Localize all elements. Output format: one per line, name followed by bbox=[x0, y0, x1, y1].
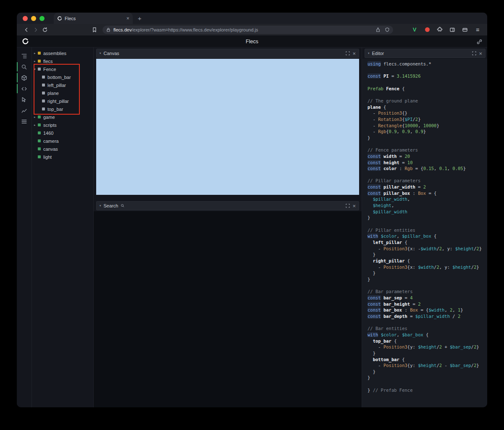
code-icon[interactable] bbox=[17, 83, 32, 94]
bookmark-icon[interactable] bbox=[90, 26, 99, 34]
search-panel-title: Search bbox=[104, 203, 118, 208]
entity-square-icon bbox=[42, 84, 45, 87]
close-icon[interactable]: × bbox=[479, 51, 482, 56]
tree-item-label: bottom_bar bbox=[47, 75, 71, 80]
tree-item-Fence[interactable]: ▾Fence bbox=[32, 65, 93, 73]
tree-item-right_pillar[interactable]: right_pillar bbox=[32, 97, 93, 105]
tree-item-scripts[interactable]: ▸scripts bbox=[32, 121, 93, 129]
tree-item-flecs[interactable]: ▸flecs bbox=[32, 57, 93, 65]
url-text: flecs.dev/explorer/?wasm=https://www.fle… bbox=[113, 27, 372, 32]
entity-tree: ▸assemblies▸flecs▾Fencebottom_barleft_pi… bbox=[32, 49, 93, 161]
tree-item-plane[interactable]: plane bbox=[32, 89, 93, 97]
tree-item-light[interactable]: light bbox=[32, 153, 93, 161]
shield-icon[interactable] bbox=[385, 27, 390, 32]
code-line: with $color, $pillar_box { bbox=[368, 233, 486, 240]
select-icon[interactable] bbox=[17, 94, 32, 105]
tree-item-game[interactable]: ▸game bbox=[32, 113, 93, 121]
code-line: - Rectangle{10000, 10000} bbox=[368, 123, 486, 129]
tab-close-icon[interactable]: × bbox=[126, 16, 129, 21]
tab-bar: Flecs × + bbox=[17, 13, 487, 24]
forward-button[interactable] bbox=[31, 26, 40, 34]
page-title: Flecs bbox=[246, 39, 258, 45]
wallet-icon[interactable] bbox=[461, 26, 469, 34]
search-icon[interactable] bbox=[17, 61, 32, 72]
tree-item-bottom_bar[interactable]: bottom_bar bbox=[32, 73, 93, 81]
expander-icon[interactable]: ▸ bbox=[34, 52, 38, 55]
tree-item-top_bar[interactable]: top_bar bbox=[32, 105, 93, 113]
tree-item-label: camera bbox=[43, 139, 59, 144]
adblock-extension-icon[interactable] bbox=[423, 26, 431, 34]
tree-item-camera[interactable]: camera bbox=[32, 137, 93, 145]
window-minimize-button[interactable] bbox=[31, 16, 36, 21]
code-line: } bbox=[368, 270, 486, 277]
editor-code[interactable]: using flecs.components.* const PI = 3.14… bbox=[362, 59, 487, 407]
chevron-down-icon[interactable]: ▾ bbox=[100, 52, 101, 55]
tree-item-assemblies[interactable]: ▸assemblies bbox=[32, 49, 93, 57]
code-line: // Bar parameters bbox=[368, 289, 486, 295]
entity-square-icon bbox=[38, 155, 41, 158]
expander-icon[interactable]: ▸ bbox=[34, 60, 38, 63]
code-line: - Rgb{0.9, 0.9, 0.9} bbox=[368, 129, 486, 135]
menu-icon[interactable]: ≡ bbox=[474, 26, 481, 34]
entity-tree-panel: ▸assemblies▸flecs▾Fencebottom_barleft_pi… bbox=[32, 47, 94, 407]
stats-icon[interactable] bbox=[17, 116, 32, 127]
code-line: const pillar_box : Box = { bbox=[368, 191, 486, 197]
back-button[interactable] bbox=[22, 26, 31, 34]
tree-item-label: 1460 bbox=[43, 131, 53, 136]
code-line: left_pillar { bbox=[368, 240, 486, 246]
chart-icon[interactable] bbox=[17, 105, 32, 116]
entity-square-icon bbox=[42, 108, 45, 110]
window-close-button[interactable] bbox=[23, 16, 28, 21]
close-icon[interactable]: × bbox=[352, 203, 356, 209]
url-bar[interactable]: flecs.dev/explorer/?wasm=https://www.fle… bbox=[102, 26, 393, 34]
cube-icon[interactable] bbox=[17, 72, 32, 83]
browser-tab[interactable]: Flecs × bbox=[54, 13, 133, 24]
address-bar: flecs.dev/explorer/?wasm=https://www.fle… bbox=[17, 24, 487, 36]
code-line: } bbox=[368, 252, 486, 258]
code-line: const bar_sep = 4 bbox=[368, 295, 486, 302]
code-line: with $color, $bar_box { bbox=[368, 332, 486, 338]
expander-icon[interactable]: ▸ bbox=[34, 123, 38, 127]
extensions-puzzle-icon[interactable] bbox=[436, 26, 444, 34]
chevron-down-icon[interactable]: ▾ bbox=[100, 204, 101, 207]
entity-square-icon bbox=[38, 139, 41, 142]
reload-button[interactable] bbox=[40, 26, 50, 34]
tree-item-label: left_pillar bbox=[47, 83, 66, 88]
entity-square-icon bbox=[42, 76, 45, 79]
tree-item-canvas[interactable]: canvas bbox=[32, 145, 93, 153]
expand-icon[interactable] bbox=[346, 204, 350, 208]
tree-item-label: Fence bbox=[43, 67, 56, 72]
tree-item-left_pillar[interactable]: left_pillar bbox=[32, 81, 93, 89]
browser-window: Flecs × + flecs.dev/explorer/?wasm=https… bbox=[17, 13, 487, 407]
entity-square-icon bbox=[42, 92, 45, 94]
editor-panel-header: ▾ Editor × bbox=[365, 49, 486, 58]
canvas-viewport[interactable] bbox=[96, 59, 359, 195]
share-link-icon[interactable] bbox=[477, 39, 482, 46]
expander-icon[interactable]: ▾ bbox=[34, 68, 38, 71]
expand-icon[interactable] bbox=[346, 51, 350, 55]
editor-column: ▾ Editor × using flecs.components.* cons… bbox=[362, 47, 487, 407]
tree-item-label: plane bbox=[47, 91, 59, 96]
tree-item-label: light bbox=[43, 155, 52, 160]
new-tab-button[interactable]: + bbox=[138, 15, 142, 21]
sidebar-toggle-icon[interactable] bbox=[449, 26, 456, 34]
v-extension-icon[interactable]: V bbox=[411, 26, 418, 34]
close-icon[interactable]: × bbox=[352, 51, 356, 56]
entity-square-icon bbox=[38, 123, 41, 126]
tree-item-label: assemblies bbox=[43, 51, 66, 56]
share-icon[interactable] bbox=[375, 27, 381, 32]
chevron-down-icon[interactable]: ▾ bbox=[368, 52, 370, 55]
left-toolbar bbox=[17, 47, 32, 407]
expander-icon[interactable]: ▸ bbox=[34, 115, 38, 119]
code-line: const bar_box : Box = {$width, 2, 1} bbox=[368, 307, 486, 314]
expand-icon[interactable] bbox=[472, 51, 476, 55]
tree-item-label: game bbox=[43, 115, 55, 120]
main-content: ▸assemblies▸flecs▾Fencebottom_barleft_pi… bbox=[17, 47, 487, 407]
outline-icon[interactable] bbox=[17, 50, 32, 61]
tree-item-1460[interactable]: 1460 bbox=[32, 129, 93, 137]
code-line bbox=[368, 172, 486, 178]
window-zoom-button[interactable] bbox=[39, 16, 45, 21]
code-line: } bbox=[368, 215, 486, 221]
editor-panel-title: Editor bbox=[372, 51, 384, 56]
entity-square-icon bbox=[38, 147, 41, 150]
